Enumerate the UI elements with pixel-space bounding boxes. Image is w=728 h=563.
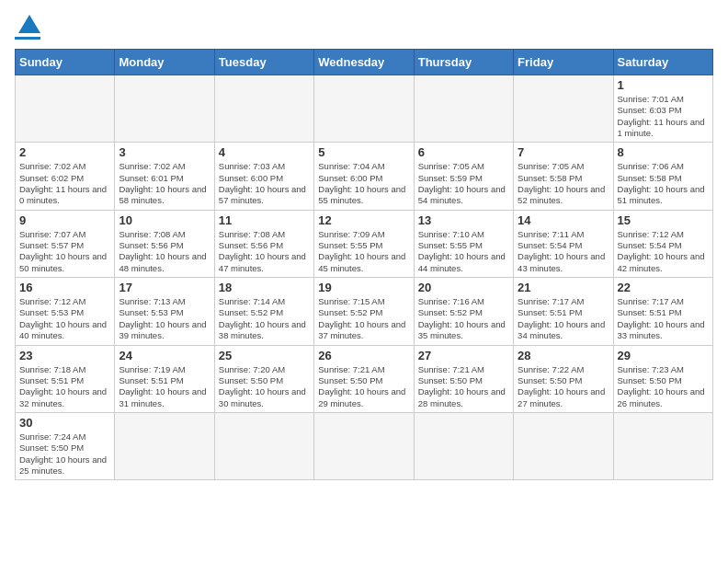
day-number: 26 xyxy=(318,349,409,362)
day-number: 8 xyxy=(618,145,709,159)
day-number: 16 xyxy=(19,281,110,294)
day-info: Sunrise: 7:13 AM Sunset: 5:53 PM Dayligh… xyxy=(119,296,210,341)
page: SundayMondayTuesdayWednesdayThursdayFrid… xyxy=(0,0,728,563)
calendar-cell xyxy=(16,75,115,143)
day-info: Sunrise: 7:10 AM Sunset: 5:55 PM Dayligh… xyxy=(418,229,509,274)
weekday-header-saturday: Saturday xyxy=(613,50,712,75)
day-number: 20 xyxy=(418,281,509,294)
calendar-cell: 6Sunrise: 7:05 AM Sunset: 5:59 PM Daylig… xyxy=(414,143,513,210)
day-number: 7 xyxy=(518,145,609,159)
calendar-cell: 19Sunrise: 7:15 AM Sunset: 5:52 PM Dayli… xyxy=(314,278,414,345)
calendar-cell: 17Sunrise: 7:13 AM Sunset: 5:53 PM Dayli… xyxy=(115,278,214,345)
day-info: Sunrise: 7:02 AM Sunset: 6:01 PM Dayligh… xyxy=(119,161,210,206)
day-info: Sunrise: 7:16 AM Sunset: 5:52 PM Dayligh… xyxy=(418,296,509,341)
day-number: 11 xyxy=(219,213,310,227)
weekday-header-thursday: Thursday xyxy=(414,50,513,75)
day-info: Sunrise: 7:12 AM Sunset: 5:53 PM Dayligh… xyxy=(19,296,110,341)
calendar-cell: 22Sunrise: 7:17 AM Sunset: 5:51 PM Dayli… xyxy=(613,278,712,345)
day-info: Sunrise: 7:21 AM Sunset: 5:50 PM Dayligh… xyxy=(418,364,509,409)
day-info: Sunrise: 7:08 AM Sunset: 5:56 PM Dayligh… xyxy=(119,229,210,274)
day-info: Sunrise: 7:09 AM Sunset: 5:55 PM Dayligh… xyxy=(318,229,409,274)
calendar-cell: 16Sunrise: 7:12 AM Sunset: 5:53 PM Dayli… xyxy=(16,278,115,345)
calendar-cell: 12Sunrise: 7:09 AM Sunset: 5:55 PM Dayli… xyxy=(314,210,414,277)
calendar-cell xyxy=(115,412,214,479)
calendar-cell: 7Sunrise: 7:05 AM Sunset: 5:58 PM Daylig… xyxy=(514,143,613,210)
day-info: Sunrise: 7:08 AM Sunset: 5:56 PM Dayligh… xyxy=(219,229,310,274)
calendar-cell: 20Sunrise: 7:16 AM Sunset: 5:52 PM Dayli… xyxy=(414,278,513,345)
day-info: Sunrise: 7:17 AM Sunset: 5:51 PM Dayligh… xyxy=(518,296,609,341)
calendar-cell: 1Sunrise: 7:01 AM Sunset: 6:03 PM Daylig… xyxy=(613,75,712,143)
calendar-cell: 23Sunrise: 7:18 AM Sunset: 5:51 PM Dayli… xyxy=(16,345,115,412)
day-info: Sunrise: 7:22 AM Sunset: 5:50 PM Dayligh… xyxy=(518,364,609,409)
calendar-cell: 13Sunrise: 7:10 AM Sunset: 5:55 PM Dayli… xyxy=(414,210,513,277)
weekday-header-wednesday: Wednesday xyxy=(314,50,414,75)
day-info: Sunrise: 7:01 AM Sunset: 6:03 PM Dayligh… xyxy=(618,94,709,139)
day-info: Sunrise: 7:05 AM Sunset: 5:58 PM Dayligh… xyxy=(518,161,609,206)
day-number: 28 xyxy=(518,349,609,362)
day-number: 12 xyxy=(318,213,409,227)
day-info: Sunrise: 7:19 AM Sunset: 5:51 PM Dayligh… xyxy=(119,364,210,409)
calendar-week-4: 16Sunrise: 7:12 AM Sunset: 5:53 PM Dayli… xyxy=(16,278,713,345)
calendar-cell xyxy=(314,412,414,479)
calendar-cell: 29Sunrise: 7:23 AM Sunset: 5:50 PM Dayli… xyxy=(613,345,712,412)
calendar: SundayMondayTuesdayWednesdayThursdayFrid… xyxy=(15,49,713,480)
weekday-header-row: SundayMondayTuesdayWednesdayThursdayFrid… xyxy=(16,50,713,75)
calendar-cell: 8Sunrise: 7:06 AM Sunset: 5:58 PM Daylig… xyxy=(613,143,712,210)
day-number: 4 xyxy=(219,145,310,159)
calendar-cell: 5Sunrise: 7:04 AM Sunset: 6:00 PM Daylig… xyxy=(314,143,414,210)
day-info: Sunrise: 7:07 AM Sunset: 5:57 PM Dayligh… xyxy=(19,229,110,274)
calendar-cell xyxy=(115,75,214,143)
calendar-week-2: 2Sunrise: 7:02 AM Sunset: 6:02 PM Daylig… xyxy=(16,143,713,210)
day-number: 27 xyxy=(418,349,509,362)
weekday-header-sunday: Sunday xyxy=(16,50,115,75)
calendar-cell: 11Sunrise: 7:08 AM Sunset: 5:56 PM Dayli… xyxy=(214,210,313,277)
day-info: Sunrise: 7:20 AM Sunset: 5:50 PM Dayligh… xyxy=(219,364,310,409)
weekday-header-tuesday: Tuesday xyxy=(214,50,313,75)
calendar-cell: 21Sunrise: 7:17 AM Sunset: 5:51 PM Dayli… xyxy=(514,278,613,345)
day-number: 24 xyxy=(119,349,210,362)
day-info: Sunrise: 7:14 AM Sunset: 5:52 PM Dayligh… xyxy=(219,296,310,341)
calendar-week-6: 30Sunrise: 7:24 AM Sunset: 5:50 PM Dayli… xyxy=(16,412,713,479)
day-number: 18 xyxy=(219,281,310,294)
day-info: Sunrise: 7:05 AM Sunset: 5:59 PM Dayligh… xyxy=(418,161,509,206)
day-info: Sunrise: 7:11 AM Sunset: 5:54 PM Dayligh… xyxy=(518,229,609,274)
calendar-cell: 25Sunrise: 7:20 AM Sunset: 5:50 PM Dayli… xyxy=(214,345,313,412)
calendar-cell: 15Sunrise: 7:12 AM Sunset: 5:54 PM Dayli… xyxy=(613,210,712,277)
calendar-cell xyxy=(514,75,613,143)
header xyxy=(15,15,713,40)
calendar-cell: 10Sunrise: 7:08 AM Sunset: 5:56 PM Dayli… xyxy=(115,210,214,277)
calendar-cell: 26Sunrise: 7:21 AM Sunset: 5:50 PM Dayli… xyxy=(314,345,414,412)
day-info: Sunrise: 7:17 AM Sunset: 5:51 PM Dayligh… xyxy=(618,296,709,341)
calendar-cell xyxy=(214,412,313,479)
calendar-cell xyxy=(514,412,613,479)
day-info: Sunrise: 7:15 AM Sunset: 5:52 PM Dayligh… xyxy=(318,296,409,341)
day-number: 30 xyxy=(19,416,110,430)
logo-underline xyxy=(15,37,40,40)
day-number: 10 xyxy=(119,213,210,227)
day-number: 25 xyxy=(219,349,310,362)
calendar-cell xyxy=(414,412,513,479)
calendar-week-5: 23Sunrise: 7:18 AM Sunset: 5:51 PM Dayli… xyxy=(16,345,713,412)
day-number: 15 xyxy=(618,213,709,227)
calendar-cell xyxy=(214,75,313,143)
day-number: 5 xyxy=(318,145,409,159)
calendar-week-3: 9Sunrise: 7:07 AM Sunset: 5:57 PM Daylig… xyxy=(16,210,713,277)
day-info: Sunrise: 7:12 AM Sunset: 5:54 PM Dayligh… xyxy=(618,229,709,274)
day-number: 22 xyxy=(618,281,709,294)
calendar-cell: 14Sunrise: 7:11 AM Sunset: 5:54 PM Dayli… xyxy=(514,210,613,277)
day-info: Sunrise: 7:06 AM Sunset: 5:58 PM Dayligh… xyxy=(618,161,709,206)
logo xyxy=(15,15,40,40)
calendar-cell: 18Sunrise: 7:14 AM Sunset: 5:52 PM Dayli… xyxy=(214,278,313,345)
day-info: Sunrise: 7:24 AM Sunset: 5:50 PM Dayligh… xyxy=(19,431,110,477)
day-number: 23 xyxy=(19,349,110,362)
calendar-cell: 3Sunrise: 7:02 AM Sunset: 6:01 PM Daylig… xyxy=(115,143,214,210)
day-number: 14 xyxy=(518,213,609,227)
day-number: 29 xyxy=(618,349,709,362)
day-number: 3 xyxy=(119,145,210,159)
calendar-cell: 24Sunrise: 7:19 AM Sunset: 5:51 PM Dayli… xyxy=(115,345,214,412)
day-info: Sunrise: 7:18 AM Sunset: 5:51 PM Dayligh… xyxy=(19,364,110,409)
calendar-cell: 28Sunrise: 7:22 AM Sunset: 5:50 PM Dayli… xyxy=(514,345,613,412)
day-info: Sunrise: 7:03 AM Sunset: 6:00 PM Dayligh… xyxy=(219,161,310,206)
calendar-cell xyxy=(613,412,712,479)
calendar-cell: 27Sunrise: 7:21 AM Sunset: 5:50 PM Dayli… xyxy=(414,345,513,412)
